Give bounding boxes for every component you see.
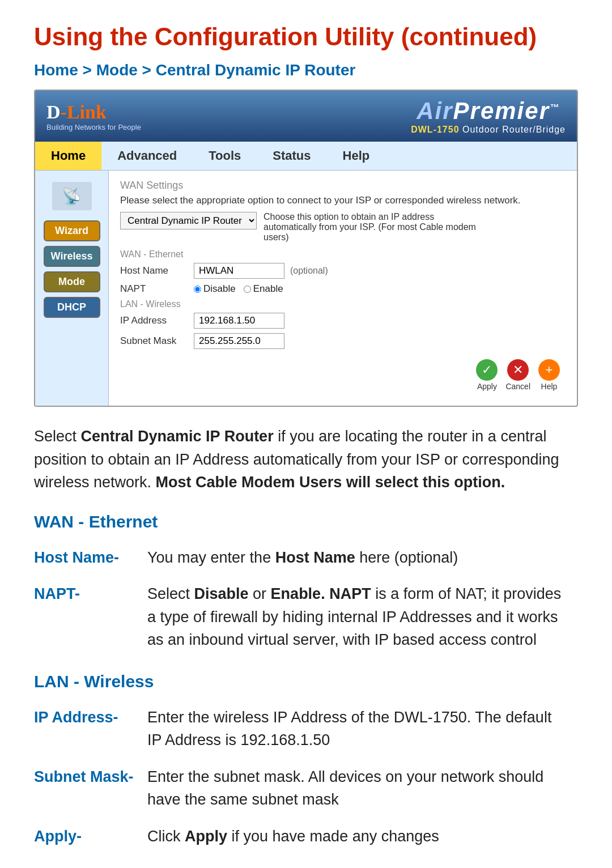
ip-address-def: Enter the wireless IP Address of the DWL… — [147, 701, 578, 761]
napt-radio-group: Disable Enable — [194, 283, 283, 295]
nav-bar: Home Advanced Tools Status Help — [35, 142, 577, 171]
nav-tools[interactable]: Tools — [193, 142, 257, 170]
content-area: Wizard Wireless Mode DHCP WAN Settings P… — [35, 171, 577, 406]
page-title: Using the Configuration Utility (continu… — [34, 23, 578, 51]
sidebar-btn-dhcp[interactable]: DHCP — [44, 297, 100, 318]
subnet-mask-input[interactable] — [194, 333, 284, 349]
dlink-logo: D-Link Building Networks for People — [46, 101, 141, 131]
napt-term: NAPT- — [34, 578, 147, 661]
napt-row: NAPT Disable Enable — [120, 283, 566, 295]
wan-ethernet-label: WAN - Ethernet — [120, 249, 566, 259]
napt-def: Select Disable or Enable. NAPT is a form… — [147, 578, 578, 661]
action-bar: ✓ Apply ✕ Cancel + Help — [120, 354, 566, 397]
mode-select-row: Central Dynamic IP Router Gateway Bridge… — [120, 212, 566, 242]
lan-info-table: IP Address- Enter the wireless IP Addres… — [34, 701, 578, 857]
apply-info-row: Apply- Click Apply if you have made any … — [34, 820, 578, 857]
napt-label: NAPT — [120, 283, 188, 295]
sidebar-antenna-icon — [41, 176, 103, 216]
lan-wireless-label: LAN - Wireless — [120, 299, 566, 309]
router-header: D-Link Building Networks for People AirP… — [35, 91, 577, 142]
apply-def: Click Apply if you have made any changes — [147, 820, 578, 857]
sidebar: Wizard Wireless Mode DHCP — [35, 171, 109, 406]
subnet-mask-info-row: Subnet Mask- Enter the subnet mask. All … — [34, 761, 578, 820]
host-name-info-row: Host Name- You may enter the Host Name h… — [34, 542, 578, 578]
ip-address-term: IP Address- — [34, 701, 147, 761]
mode-option-description: Choose this option to obtain an IP addre… — [264, 212, 479, 242]
napt-info-row: NAPT- Select Disable or Enable. NAPT is … — [34, 578, 578, 661]
help-label: Help — [541, 382, 558, 391]
cancel-label: Cancel — [505, 382, 530, 391]
apply-label: Apply — [477, 382, 497, 391]
subnet-mask-row: Subnet Mask — [120, 333, 566, 349]
napt-enable-radio[interactable] — [244, 286, 251, 293]
dlink-tagline: Building Networks for People — [46, 123, 141, 131]
napt-enable-option[interactable]: Enable — [244, 283, 283, 295]
ip-address-info-row: IP Address- Enter the wireless IP Addres… — [34, 701, 578, 761]
dlink-logo-text: D-Link — [46, 101, 107, 123]
napt-disable-radio[interactable] — [194, 286, 201, 293]
nav-help[interactable]: Help — [327, 142, 386, 170]
host-name-def: You may enter the Host Name here (option… — [147, 542, 578, 578]
wan-settings-label: WAN Settings — [120, 180, 566, 192]
nav-home[interactable]: Home — [35, 142, 101, 170]
cancel-button[interactable]: ✕ — [507, 359, 529, 381]
cancel-btn-group: ✕ Cancel — [505, 359, 530, 391]
ip-address-label: IP Address — [120, 315, 188, 326]
wan-ethernet-section-title: WAN - Ethernet — [34, 512, 578, 531]
apply-btn-group: ✓ Apply — [476, 359, 498, 391]
intro-paragraph: Select Central Dynamic IP Router if you … — [34, 425, 578, 494]
breadcrumb: Home > Mode > Central Dynamic IP Router — [34, 61, 578, 79]
apply-term: Apply- — [34, 820, 147, 857]
host-name-input[interactable] — [194, 263, 284, 279]
nav-advanced[interactable]: Advanced — [101, 142, 193, 170]
air-premier-title: AirPremier™ — [411, 97, 566, 125]
host-name-optional: (optional) — [290, 266, 328, 276]
info-table: Host Name- You may enter the Host Name h… — [34, 542, 578, 661]
antenna-image — [52, 182, 92, 210]
air-premier-logo: AirPremier™ DWL-1750 Outdoor Router/Brid… — [411, 97, 566, 135]
air-premier-subtitle: DWL-1750 Outdoor Router/Bridge — [411, 125, 566, 135]
sidebar-btn-wizard[interactable]: Wizard — [44, 220, 100, 241]
lan-wireless-section-title: LAN - Wireless — [34, 672, 578, 691]
router-frame: D-Link Building Networks for People AirP… — [34, 90, 578, 407]
subnet-mask-label: Subnet Mask — [120, 335, 188, 347]
ip-address-input[interactable] — [194, 313, 284, 329]
subnet-mask-term: Subnet Mask- — [34, 761, 147, 820]
sidebar-btn-mode[interactable]: Mode — [44, 271, 100, 292]
host-name-term: Host Name- — [34, 542, 147, 578]
help-button[interactable]: + — [538, 359, 560, 381]
mode-description-text: Please select the appropriate option to … — [120, 195, 566, 206]
help-btn-group: + Help — [538, 359, 560, 391]
mode-dropdown[interactable]: Central Dynamic IP Router Gateway Bridge… — [120, 212, 257, 229]
subnet-mask-def: Enter the subnet mask. All devices on yo… — [147, 761, 578, 820]
ip-address-row: IP Address — [120, 313, 566, 329]
nav-status[interactable]: Status — [257, 142, 326, 170]
apply-button[interactable]: ✓ — [476, 359, 498, 381]
host-name-row: Host Name (optional) — [120, 263, 566, 279]
main-panel: WAN Settings Please select the appropria… — [109, 171, 577, 406]
host-name-label: Host Name — [120, 265, 188, 276]
sidebar-btn-wireless[interactable]: Wireless — [44, 246, 100, 267]
napt-disable-option[interactable]: Disable — [194, 283, 236, 295]
